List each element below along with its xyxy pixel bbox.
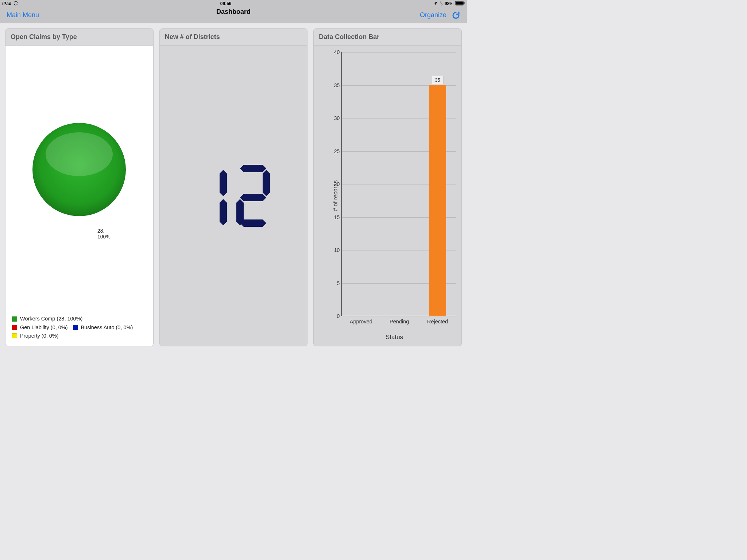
y-tick: 25: [334, 148, 340, 154]
y-tick: 10: [334, 247, 340, 253]
pie-legend: Workers Comp (28, 100%)Gen Liability (0,…: [12, 315, 149, 340]
y-tick: 40: [334, 49, 340, 55]
panel-title: Data Collection Bar: [314, 29, 461, 46]
panel-body: # of records 0510152025303540ApprovedPen…: [314, 46, 461, 346]
legend-item: Workers Comp (28, 100%): [12, 315, 82, 323]
gridline: [342, 52, 456, 52]
battery-percent: 98%: [445, 1, 453, 6]
battery-icon: [455, 1, 465, 7]
districts-value: [197, 165, 270, 227]
svg-marker-6: [220, 199, 227, 225]
svg-rect-1: [456, 1, 462, 4]
pie-callout: 28, 100%: [72, 217, 116, 233]
x-axis-label: Status: [386, 334, 403, 341]
x-tick: Pending: [390, 319, 409, 324]
legend-label: Property (0, 0%): [20, 332, 59, 340]
panel-title: New # of Districts: [160, 29, 307, 46]
legend-item: Gen Liability (0, 0%): [12, 323, 68, 332]
legend-label: Gen Liability (0, 0%): [20, 323, 68, 332]
bar-value-label: 35: [431, 76, 443, 84]
bluetooth-icon: [440, 1, 443, 7]
bar-chart: 0510152025303540ApprovedPendingRejected3…: [341, 52, 456, 316]
nav-bar: Main Menu Dashboard Organize: [0, 7, 467, 23]
main-menu-button[interactable]: Main Menu: [7, 11, 39, 19]
svg-marker-11: [240, 219, 266, 227]
svg-marker-5: [220, 170, 227, 196]
svg-point-4: [46, 132, 113, 176]
panel-body: 28, 100% Workers Comp (28, 100%)Gen Liab…: [5, 46, 153, 346]
page-title: Dashboard: [216, 8, 251, 16]
panel-districts[interactable]: New # of Districts: [159, 28, 308, 346]
y-tick: 30: [334, 115, 340, 121]
refresh-icon[interactable]: [452, 11, 460, 20]
svg-marker-9: [240, 194, 266, 201]
sync-icon: [13, 1, 18, 7]
svg-marker-8: [263, 170, 270, 196]
location-icon: [433, 1, 438, 7]
legend-swatch: [12, 316, 17, 322]
x-tick: Rejected: [427, 319, 448, 324]
panel-open-claims[interactable]: Open Claims by Type: [5, 28, 154, 346]
legend-swatch: [12, 333, 17, 338]
legend-label: Workers Comp (28, 100%): [20, 315, 82, 323]
svg-marker-7: [240, 165, 266, 172]
dashboard-panels: Open Claims by Type: [0, 23, 467, 350]
gridline: [342, 316, 456, 316]
pie-chart: [32, 122, 127, 217]
y-tick: 5: [337, 280, 340, 286]
svg-rect-2: [464, 2, 464, 4]
y-tick: 20: [334, 181, 340, 187]
legend-swatch: [12, 325, 17, 330]
status-bar: iPad 09:56 98%: [0, 0, 467, 7]
legend-label: Business Auto (0, 0%): [81, 323, 133, 332]
y-tick: 15: [334, 214, 340, 220]
clock: 09:56: [220, 1, 232, 6]
y-tick: 35: [334, 82, 340, 88]
legend-item: Business Auto (0, 0%): [73, 323, 133, 332]
y-tick: 0: [337, 313, 340, 319]
panel-title: Open Claims by Type: [5, 29, 153, 46]
device-name: iPad: [2, 1, 11, 6]
legend-item: Property (0, 0%): [12, 332, 59, 340]
panel-data-collection[interactable]: Data Collection Bar # of records 0510152…: [313, 28, 462, 346]
panel-body: [160, 46, 307, 346]
organize-button[interactable]: Organize: [420, 11, 446, 19]
legend-swatch: [73, 325, 78, 330]
bar: [429, 85, 446, 316]
x-tick: Approved: [350, 319, 372, 324]
pie-callout-label: 28, 100%: [97, 228, 116, 240]
